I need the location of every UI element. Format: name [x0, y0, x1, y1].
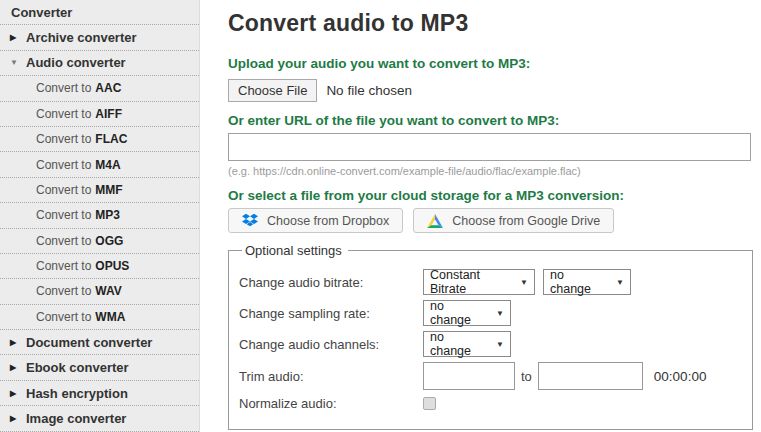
optional-settings-fieldset: Optional settings Change audio bitrate: … — [228, 243, 753, 430]
chevron-down-icon: ▼ — [496, 340, 504, 349]
url-input[interactable] — [228, 133, 751, 161]
dropbox-icon — [242, 213, 258, 228]
sidebar-item-convert-to-aiff[interactable]: Convert toAIFF — [0, 102, 199, 127]
upload-label: Upload your audio you want to convert to… — [228, 56, 753, 71]
sidebar-item-convert-to-wma[interactable]: Convert toWMA — [0, 305, 199, 330]
bitrate-mode-value: Constant Bitrate — [430, 268, 511, 296]
chevron-right-icon: ▶ — [10, 414, 26, 423]
audio-channels-select[interactable]: no change ▼ — [423, 331, 511, 357]
cloud-storage-label: Or select a file from your cloud storage… — [228, 188, 753, 203]
normalize-checkbox[interactable] — [423, 397, 436, 410]
dropbox-button-label: Choose from Dropbox — [267, 214, 389, 228]
bitrate-row: Change audio bitrate: Constant Bitrate ▼… — [239, 269, 742, 295]
trim-to-label: to — [521, 369, 532, 384]
sidebar-section-label: Ebook converter — [26, 360, 129, 375]
normalize-audio-label: Normalize audio: — [239, 396, 423, 411]
audio-channels-row: Change audio channels: no change ▼ — [239, 331, 742, 357]
file-input-control[interactable]: Choose File No file chosen — [228, 78, 753, 102]
sampling-rate-row: Change sampling rate: no change ▼ — [239, 300, 742, 326]
audio-channels-label: Change audio channels: — [239, 337, 423, 352]
sidebar-section-archive-converter[interactable]: ▶ Archive converter — [0, 25, 199, 50]
bitrate-label: Change audio bitrate: — [239, 275, 423, 290]
sidebar-section-label: Audio converter — [26, 55, 126, 70]
chevron-right-icon: ▶ — [10, 363, 26, 372]
sidebar-item-convert-to-mmf[interactable]: Convert toMMF — [0, 178, 199, 203]
sampling-rate-label: Change sampling rate: — [239, 306, 423, 321]
sidebar-section-document-converter[interactable]: ▶ Document converter — [0, 330, 199, 355]
chevron-down-icon: ▼ — [496, 309, 504, 318]
sidebar-item-convert-to-aac[interactable]: Convert toAAC — [0, 76, 199, 101]
sidebar-item-convert-to-wav[interactable]: Convert toWAV — [0, 279, 199, 304]
sidebar-item-convert-to-mp3[interactable]: Convert toMP3 — [0, 203, 199, 228]
bitrate-value: no change — [550, 268, 607, 296]
sidebar-header-label: Converter — [11, 5, 72, 20]
sidebar-section-image-converter[interactable]: ▶ Image converter — [0, 406, 199, 431]
chevron-right-icon: ▶ — [10, 338, 26, 347]
chevron-right-icon: ▶ — [10, 389, 26, 398]
trim-audio-row: Trim audio: to 00:00:00 — [239, 362, 742, 390]
normalize-audio-row: Normalize audio: — [239, 395, 742, 411]
trim-end-input[interactable] — [538, 362, 643, 390]
chevron-down-icon: ▼ — [10, 58, 26, 67]
sampling-rate-select[interactable]: no change ▼ — [423, 300, 511, 326]
cloud-buttons-row: Choose from Dropbox Choose from Google D… — [228, 208, 753, 233]
trim-start-input[interactable] — [423, 362, 515, 390]
sidebar-header-converter[interactable]: Converter — [0, 0, 199, 25]
bitrate-value-select[interactable]: no change ▼ — [543, 269, 631, 295]
sidebar-section-ebook-converter[interactable]: ▶ Ebook converter — [0, 355, 199, 380]
sidebar-section-audio-converter[interactable]: ▼ Audio converter — [0, 51, 199, 76]
sidebar-item-convert-to-flac[interactable]: Convert toFLAC — [0, 127, 199, 152]
sidebar-section-hash-encryption[interactable]: ▶ Hash encryption — [0, 381, 199, 406]
sidebar-section-label: Hash encryption — [26, 386, 128, 401]
sidebar-section-label: Archive converter — [26, 30, 137, 45]
trim-duration-text: 00:00:00 — [654, 369, 707, 384]
optional-settings-legend: Optional settings — [242, 243, 348, 258]
trim-audio-label: Trim audio: — [239, 369, 423, 384]
sidebar-section-label: Image converter — [26, 411, 126, 426]
url-example-hint: (e.g. https://cdn.online-convert.com/exa… — [228, 165, 753, 177]
chevron-down-icon: ▼ — [616, 278, 624, 287]
sidebar-item-convert-to-opus[interactable]: Convert toOPUS — [0, 254, 199, 279]
choose-from-google-drive-button[interactable]: Choose from Google Drive — [413, 208, 614, 233]
google-drive-icon — [427, 214, 443, 228]
main-content: Convert audio to MP3 Upload your audio y… — [200, 0, 761, 432]
choose-file-button[interactable]: Choose File — [228, 79, 317, 102]
url-label: Or enter URL of the file you want to con… — [228, 113, 753, 128]
sampling-rate-value: no change — [430, 299, 487, 327]
page-title: Convert audio to MP3 — [228, 10, 753, 37]
sidebar-section-label: Document converter — [26, 335, 152, 350]
sidebar-item-convert-to-m4a[interactable]: Convert toM4A — [0, 152, 199, 177]
choose-from-dropbox-button[interactable]: Choose from Dropbox — [228, 208, 403, 233]
audio-channels-value: no change — [430, 330, 487, 358]
file-status-text: No file chosen — [326, 83, 412, 98]
gdrive-button-label: Choose from Google Drive — [452, 214, 600, 228]
converter-sidebar: Converter ▶ Archive converter ▼ Audio co… — [0, 0, 200, 432]
chevron-right-icon: ▶ — [10, 33, 26, 42]
chevron-down-icon: ▼ — [520, 278, 528, 287]
sidebar-item-convert-to-ogg[interactable]: Convert toOGG — [0, 229, 199, 254]
bitrate-mode-select[interactable]: Constant Bitrate ▼ — [423, 269, 535, 295]
